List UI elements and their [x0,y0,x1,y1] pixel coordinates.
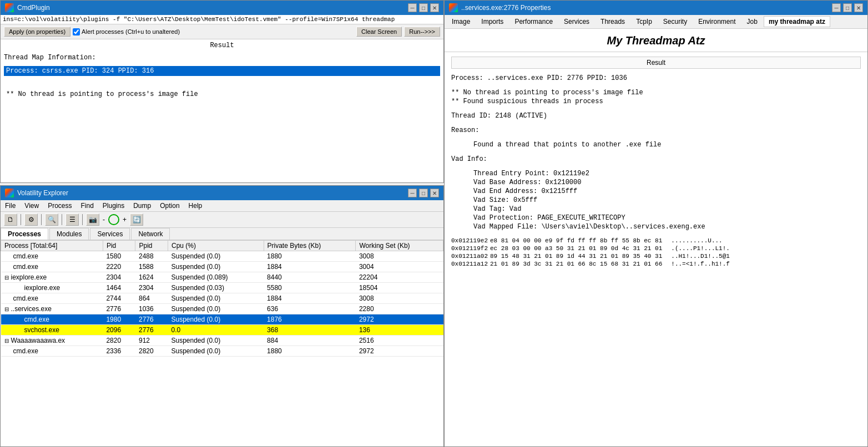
col-pid[interactable]: Pid [103,241,135,251]
cell-cpu: Suspended (0.0) [168,314,264,325]
cell-private: 368 [264,325,356,336]
content-line: Vad Tag: Vad [451,205,861,213]
content-line: 0x01211a0289 15 48 31 21 01 89 1d 44 31 … [451,253,861,260]
table-row[interactable]: ⊟iexplore.exe 2304 1624 Suspended (0.089… [1,272,443,283]
cmd-highlighted-process: Process: csrss.exe PID: 324 PPID: 316 [4,66,440,76]
toolbar-settings-btn[interactable]: ⚙ [24,214,38,226]
right-tab-job[interactable]: Job [742,16,763,27]
process-table: Process [Total:64] Pid Ppid Cpu (%) Priv… [1,240,443,357]
vol-minimize-btn[interactable]: ─ [408,189,417,197]
cmd-close-btn[interactable]: ✕ [430,3,439,12]
menu-file[interactable]: File [4,201,17,210]
col-cpu[interactable]: Cpu (%) [168,241,264,251]
toolbar-circle-btn[interactable] [108,214,119,225]
toolbar-search-btn[interactable]: 🔍 [45,214,58,226]
table-row[interactable]: cmd.exe 2220 1588 Suspended (0.0) 1884 3… [1,262,443,272]
table-row[interactable]: iexplore.exe 1464 2304 Suspended (0.03) … [1,283,443,293]
content-line: Vad Info: [451,155,861,163]
cmd-maximize-btn[interactable]: □ [419,3,428,12]
right-tab-performance[interactable]: Performance [509,16,558,27]
content-line: ** No thread is pointing to process's im… [451,89,861,96]
tab-services[interactable]: Services [90,228,130,240]
table-row[interactable]: cmd.exe 1580 2488 Suspended (0.0) 1880 3… [1,251,443,262]
right-tab-threads[interactable]: Threads [596,16,630,27]
cell-process: iexplore.exe [1,283,103,293]
cell-ppid: 2820 [135,346,168,357]
cell-working: 136 [356,325,443,336]
right-tabs: Image Imports Performance Services Threa… [445,15,867,29]
menu-view[interactable]: View [23,201,40,210]
cell-working: 2516 [356,336,443,346]
menu-help[interactable]: Help [188,201,204,210]
right-tab-imports[interactable]: Imports [476,16,508,27]
volatility-explorer-window: Volatility Explorer ─ □ ✕ File View Proc… [0,185,444,447]
table-row[interactable]: cmd.exe 2744 864 Suspended (0.0) 1884 30… [1,293,443,304]
col-private[interactable]: Private Bytes (Kb) [264,241,356,251]
hex-addr: 0x01211a02 [451,253,488,260]
menu-option[interactable]: Option [159,201,180,210]
cell-cpu: Suspended (0.0) [168,346,264,357]
tab-network[interactable]: Network [131,228,170,240]
toolbar-dash: - [103,216,105,223]
right-minimize-btn[interactable]: ─ [832,3,841,12]
cell-pid: 2776 [103,304,135,314]
table-row[interactable]: ⊟Waaaawaaawa.ex 2820 912 Suspended (0.0)… [1,336,443,346]
content-line: 0x012119e2e8 81 04 00 00 e9 9f fd ff ff … [451,237,861,244]
vol-maximize-btn[interactable]: □ [419,189,428,197]
clear-screen-button[interactable]: Clear Screen [356,27,402,37]
cell-pid: 2096 [103,325,135,336]
menu-plugins[interactable]: Plugins [102,201,125,210]
right-tab-services[interactable]: Services [559,16,594,27]
right-title-area: ..services.exe:2776 Properties [449,3,551,12]
right-tab-image[interactable]: Image [447,16,475,27]
content-line: 0x012119f2ec 28 03 00 00 a3 50 31 21 01 … [451,245,861,252]
cell-process: cmd.exe [1,314,103,325]
right-tab-security[interactable]: Security [658,16,692,27]
cmd-plugin-window: CmdPlugin ─ □ ✕ ins=c:\vol\volatility\pl… [0,0,444,183]
menu-dump[interactable]: Dump [132,201,152,210]
content-line [451,150,861,154]
alert-checkbox-label[interactable]: Alert processes (Ctrl+u to unaltered) [73,28,180,35]
vol-titlebar: Volatility Explorer ─ □ ✕ [1,186,443,200]
hex-ascii: !..=<1!.f..h1!.f [671,261,730,267]
toolbar-camera-btn[interactable]: 📷 [86,214,99,226]
menu-process[interactable]: Process [47,201,73,210]
table-row[interactable]: cmd.exe 1980 2776 Suspended (0.0) 1876 2… [1,314,443,325]
content-line: Thread ID: 2148 (ACTIVE) [451,112,861,120]
content-line: Vad Size: 0x5fff [451,196,861,204]
col-ppid[interactable]: Ppid [135,241,168,251]
hex-bytes: 21 01 89 3d 3c 31 21 01 66 8c 15 68 31 2… [490,261,662,267]
right-tab-environment[interactable]: Environment [693,16,740,27]
col-process[interactable]: Process [Total:64] [1,241,103,251]
toolbar-open-btn[interactable]: 🗋 [4,214,17,226]
toolbar-refresh-btn[interactable]: 🔄 [130,214,143,226]
cmd-minimize-btn[interactable]: ─ [408,3,417,12]
right-window-controls[interactable]: ─ □ ✕ [832,3,863,12]
table-row[interactable]: cmd.exe 2336 2820 Suspended (0.0) 1880 2… [1,346,443,357]
menu-find[interactable]: Find [80,201,95,210]
right-tab-tcpip[interactable]: TcpIp [631,16,657,27]
tab-modules[interactable]: Modules [49,228,89,240]
cell-cpu: Suspended (0.0) [168,304,264,314]
right-maximize-btn[interactable]: □ [843,3,852,12]
right-close-btn[interactable]: ✕ [854,3,863,12]
alert-checkbox[interactable] [73,28,80,35]
cell-cpu: Suspended (0.0) [168,336,264,346]
cell-working: 22204 [356,272,443,283]
run-button[interactable]: Run-->>> [404,27,440,37]
toolbar-list-btn[interactable]: ☰ [65,214,79,226]
table-row[interactable]: ⊟..services.exe 2776 1036 Suspended (0.0… [1,304,443,314]
cmd-window-controls[interactable]: ─ □ ✕ [408,3,439,12]
toolbar-sep-2 [41,214,42,225]
right-main-title: My Threadmap Atz [445,34,867,47]
content-line: Vad Protection: PAGE_EXECUTE_WRITECOPY [451,214,861,222]
right-tab-mythreadmap[interactable]: my threadmap atz [764,16,830,27]
vol-close-btn[interactable]: ✕ [430,189,439,197]
table-row[interactable]: svchost.exe 2096 2776 0.0 368 136 [1,325,443,336]
tab-processes[interactable]: Processes [1,228,48,240]
hex-addr: 0x01211a12 [451,261,488,267]
apply-button[interactable]: Apply (on properties) [4,27,70,37]
col-working[interactable]: Working Set (Kb) [356,241,443,251]
cell-private: 1876 [264,314,356,325]
vol-window-controls[interactable]: ─ □ ✕ [408,189,439,197]
